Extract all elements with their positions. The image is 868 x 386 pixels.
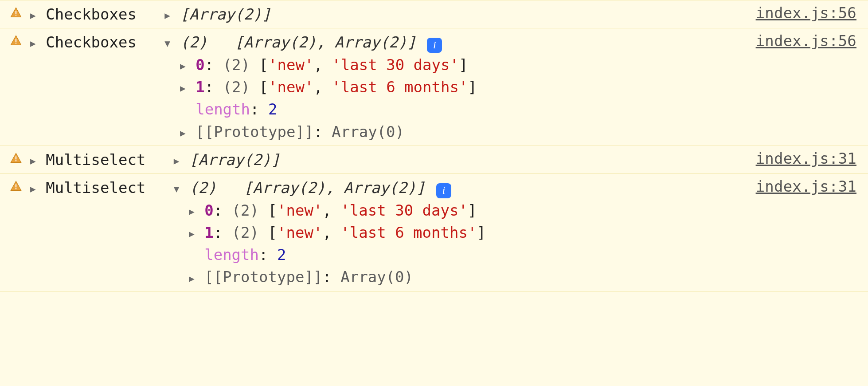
array-entry[interactable]: ▶ 1: (2) ['new', 'last 6 months'] <box>188 221 745 244</box>
object-summary[interactable]: [Array(2)] <box>180 5 271 23</box>
disclosure-closed-icon[interactable]: ▶ <box>29 154 37 168</box>
log-message: ▶ Multiselect ▼ (2) [Array(2), Array(2)]… <box>29 177 745 288</box>
entry-index: 0 <box>204 201 213 219</box>
warning-icon <box>10 152 22 165</box>
property-value: Array(0) <box>340 268 413 286</box>
entry-index: 0 <box>195 56 204 74</box>
length-property[interactable]: ▶ length: 2 <box>179 98 745 120</box>
colon: : <box>322 268 340 286</box>
log-label: Checkboxes <box>46 5 137 23</box>
console-warning-row[interactable]: ▶ Multiselect ▼ (2) [Array(2), Array(2)]… <box>0 173 868 291</box>
separator: , <box>322 201 340 219</box>
property-key: [[Prototype]] <box>204 268 322 286</box>
svg-rect-6 <box>16 185 16 188</box>
log-message: ▶ Multiselect ▶ [Array(2)] <box>29 149 745 171</box>
object-children: ▶ 0: (2) ['new', 'last 30 days'] ▶ 1: (2… <box>29 54 745 143</box>
number-value: 2 <box>268 100 277 118</box>
property-key: length <box>195 100 250 118</box>
string-value: 'new' <box>268 78 313 96</box>
disclosure-closed-icon[interactable]: ▶ <box>29 182 37 196</box>
svg-rect-4 <box>16 156 16 159</box>
entry-count: (2) <box>223 56 250 74</box>
colon: : <box>250 100 268 118</box>
disclosure-closed-icon[interactable]: ▶ <box>29 36 37 50</box>
property-value: Array(0) <box>332 123 404 141</box>
warning-icon <box>10 7 22 19</box>
separator: , <box>322 224 340 241</box>
number-value: 2 <box>277 246 286 264</box>
array-entry[interactable]: ▶ 0: (2) ['new', 'last 30 days'] <box>188 199 745 221</box>
object-count: (2) <box>189 179 216 197</box>
prototype-property[interactable]: ▶ [[Prototype]]: Array(0) <box>188 266 745 288</box>
string-value: 'new' <box>277 201 322 219</box>
console-warning-row[interactable]: ▶ Multiselect ▶ [Array(2)] index.js:31 <box>0 146 868 174</box>
separator: , <box>313 78 332 96</box>
object-summary[interactable]: [Array(2), Array(2)] <box>244 179 425 197</box>
bracket-open: [ <box>268 201 277 219</box>
bracket-open: [ <box>259 56 268 74</box>
info-icon[interactable]: i <box>436 183 451 198</box>
svg-rect-2 <box>16 39 16 42</box>
svg-rect-1 <box>16 15 16 16</box>
string-value: 'new' <box>268 56 313 74</box>
entry-count: (2) <box>232 201 259 219</box>
disclosure-closed-icon[interactable]: ▶ <box>188 227 195 240</box>
log-label: Checkboxes <box>46 33 137 51</box>
source-link[interactable]: index.js:56 <box>756 32 856 50</box>
array-entry[interactable]: ▶ 1: (2) ['new', 'last 6 months'] <box>179 76 745 98</box>
disclosure-closed-icon[interactable]: ▶ <box>179 126 187 140</box>
bracket-open: [ <box>259 78 268 96</box>
bracket-close: ] <box>468 201 477 219</box>
log-message: ▶ Checkboxes ▶ [Array(2)] <box>29 3 745 25</box>
log-message: ▶ Checkboxes ▼ (2) [Array(2), Array(2)] … <box>29 31 745 143</box>
log-label: Multiselect <box>46 151 145 169</box>
bracket-close: ] <box>468 78 477 96</box>
source-link[interactable]: index.js:56 <box>756 4 856 22</box>
colon: : <box>259 246 277 264</box>
string-value: 'last 6 months' <box>340 224 477 241</box>
object-disclosure-open-icon[interactable]: ▼ <box>173 182 180 196</box>
disclosure-closed-icon[interactable]: ▶ <box>179 81 187 95</box>
object-disclosure-open-icon[interactable]: ▼ <box>164 36 171 50</box>
bracket-open: [ <box>268 224 277 241</box>
object-disclosure-closed-icon[interactable]: ▶ <box>164 8 171 22</box>
array-entry[interactable]: ▶ 0: (2) ['new', 'last 30 days'] <box>179 54 745 76</box>
warning-icon <box>10 180 22 193</box>
object-summary[interactable]: [Array(2)] <box>189 151 280 169</box>
bracket-close: ] <box>459 56 468 74</box>
separator: , <box>313 56 332 74</box>
object-disclosure-closed-icon[interactable]: ▶ <box>173 154 180 168</box>
svg-rect-0 <box>16 11 16 14</box>
disclosure-closed-icon[interactable]: ▶ <box>29 8 37 22</box>
object-count: (2) <box>180 33 207 51</box>
entry-index: 1 <box>195 78 204 96</box>
entry-count: (2) <box>223 78 250 96</box>
disclosure-closed-icon[interactable]: ▶ <box>179 59 187 73</box>
svg-rect-7 <box>16 188 16 189</box>
entry-index: 1 <box>204 224 213 241</box>
string-value: 'last 6 months' <box>332 78 468 96</box>
svg-rect-5 <box>16 160 16 161</box>
svg-rect-3 <box>16 43 16 43</box>
info-icon[interactable]: i <box>427 38 442 53</box>
property-key: length <box>204 246 259 264</box>
string-value: 'new' <box>277 224 322 241</box>
length-property[interactable]: ▶ length: 2 <box>188 244 745 266</box>
disclosure-closed-icon[interactable]: ▶ <box>188 205 195 218</box>
console-warning-row[interactable]: ▶ Checkboxes ▼ (2) [Array(2), Array(2)] … <box>0 28 868 146</box>
log-label: Multiselect <box>46 179 145 197</box>
bracket-close: ] <box>477 224 485 241</box>
string-value: 'last 30 days' <box>332 56 459 74</box>
disclosure-closed-icon[interactable]: ▶ <box>188 272 195 285</box>
string-value: 'last 30 days' <box>340 201 468 219</box>
prototype-property[interactable]: ▶ [[Prototype]]: Array(0) <box>179 121 745 143</box>
colon: : <box>313 123 332 141</box>
object-summary[interactable]: [Array(2), Array(2)] <box>235 33 416 51</box>
warning-icon <box>10 35 22 47</box>
property-key: [[Prototype]] <box>195 123 313 141</box>
object-children: ▶ 0: (2) ['new', 'last 30 days'] ▶ 1: (2… <box>29 199 745 288</box>
entry-count: (2) <box>232 224 259 241</box>
console-warning-row[interactable]: ▶ Checkboxes ▶ [Array(2)] index.js:56 <box>0 0 868 28</box>
source-link[interactable]: index.js:31 <box>756 150 856 167</box>
source-link[interactable]: index.js:31 <box>756 177 856 195</box>
